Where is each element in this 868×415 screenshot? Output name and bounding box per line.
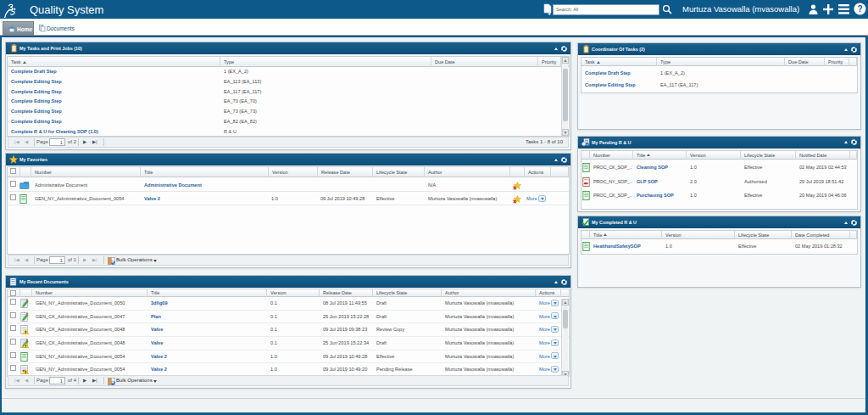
svg-text:?: ? [857, 4, 862, 14]
